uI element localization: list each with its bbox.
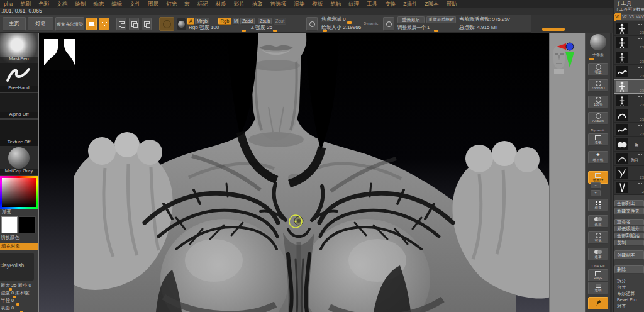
right-shelf-button-透明[interactable]: 透明 bbox=[588, 282, 608, 294]
fill-object-button[interactable]: 填充对象 bbox=[0, 243, 38, 250]
subtool-flat-Bevel Pro[interactable]: Bevel Pro bbox=[614, 297, 644, 303]
subtool-row-9[interactable]: 胸口 bbox=[614, 152, 644, 166]
menu-item-23[interactable]: Z脚本 bbox=[421, 1, 442, 7]
material-sphere[interactable] bbox=[588, 33, 608, 52]
menu-item-18[interactable]: 笔触 bbox=[326, 1, 345, 7]
subtool-row-8[interactable]: 胸 bbox=[614, 137, 644, 152]
eye-icon[interactable] bbox=[638, 182, 643, 184]
home-button[interactable]: 主页 bbox=[3, 17, 26, 31]
menu-item-7[interactable]: 文件 bbox=[126, 1, 144, 7]
subtool-flat-合并[interactable]: 合并 bbox=[614, 284, 644, 290]
alpha-selector[interactable]: Alpha Off bbox=[0, 93, 38, 118]
subtool-row-10[interactable]: 23 bbox=[614, 166, 644, 181]
rotate-button[interactable] bbox=[142, 18, 152, 30]
subtool-row-4[interactable]: 23 bbox=[614, 79, 644, 94]
subtool-row-0[interactable]: 23 bbox=[614, 21, 644, 36]
menu-item-21[interactable]: 变换 bbox=[381, 1, 399, 7]
menu-item-4[interactable]: 绘制 bbox=[71, 1, 89, 7]
switch-color-button[interactable]: 切换颜色 bbox=[0, 235, 38, 242]
right-shelf-button-可见[interactable]: 可见 bbox=[588, 231, 608, 244]
menu-item-1[interactable]: 笔刷 bbox=[16, 1, 35, 7]
right-shelf-button-缩放[interactable]: 缩放 bbox=[588, 63, 608, 75]
zsub-toggle[interactable]: Zsub bbox=[258, 18, 272, 25]
subtool-row-11[interactable]: 2 bbox=[614, 181, 644, 195]
a-toggle[interactable]: A bbox=[187, 18, 194, 25]
mrgb-toggle[interactable]: Mrgb bbox=[195, 18, 209, 25]
eye-icon[interactable] bbox=[638, 96, 643, 98]
menu-item-2[interactable]: 色彩 bbox=[35, 1, 53, 7]
eye-icon[interactable] bbox=[638, 110, 643, 112]
adjust-last-track[interactable] bbox=[397, 31, 452, 31]
rgb-toggle[interactable]: Rgb bbox=[218, 18, 231, 25]
menu-item-24[interactable]: 帮助 bbox=[443, 1, 461, 7]
stroke-selector[interactable]: FreeHand bbox=[0, 63, 38, 92]
subtool-row-3[interactable]: 23 bbox=[614, 65, 644, 79]
focal-shift-handle[interactable] bbox=[347, 21, 352, 24]
menu-item-17[interactable]: 模板 bbox=[308, 1, 326, 7]
subtool-button-复制[interactable]: 复制 bbox=[614, 240, 644, 246]
menu-item-9[interactable]: 灯光 bbox=[162, 1, 180, 7]
menu-item-8[interactable]: 图层 bbox=[144, 1, 162, 7]
menu-item-22[interactable]: Z插件 bbox=[399, 1, 421, 7]
color-picker[interactable] bbox=[0, 176, 38, 209]
m-toggle[interactable]: M bbox=[233, 18, 239, 25]
menu-item-3[interactable]: 文档 bbox=[53, 1, 71, 7]
right-shelf-button-遮罩[interactable]: 遮罩 bbox=[588, 248, 608, 260]
subtool-button-创建副本[interactable]: 创建副本 bbox=[614, 250, 644, 260]
eye-icon[interactable] bbox=[638, 67, 643, 69]
menu-item-0[interactable]: pha bbox=[0, 1, 16, 7]
subtool-row-2[interactable]: 23 bbox=[614, 50, 644, 65]
rgb-intensity-handle[interactable] bbox=[242, 30, 246, 32]
subtool-button-新建文件夹[interactable]: 新建文件夹 bbox=[614, 208, 644, 214]
texture-selector[interactable]: Texture Off bbox=[0, 120, 38, 146]
right-shelf-button-−[interactable]: − bbox=[591, 182, 601, 189]
right-shelf-button-框显[interactable]: 框显 bbox=[588, 199, 608, 211]
shelf-divider-handle[interactable] bbox=[542, 28, 565, 31]
eye-icon[interactable] bbox=[638, 52, 643, 54]
claypolish-slider-1[interactable]: 强度 0 柔和度 bbox=[0, 291, 38, 298]
sculptris-d-button[interactable] bbox=[383, 17, 394, 31]
zcut-toggle[interactable]: Zcut bbox=[274, 18, 286, 25]
adjust-last-label[interactable]: 调整最后一个 1 bbox=[397, 25, 430, 30]
right-shelf-button-AA50%[interactable]: AA50% bbox=[588, 112, 608, 125]
eye-icon[interactable] bbox=[638, 23, 643, 25]
material-quick-button[interactable] bbox=[177, 18, 186, 30]
claypolish-button[interactable]: ClayPolish bbox=[0, 253, 34, 281]
menu-item-13[interactable]: 影片 bbox=[230, 1, 248, 7]
move-button[interactable] bbox=[116, 18, 126, 30]
gradient-label[interactable]: 渐变 bbox=[0, 209, 38, 216]
right-shelf-button-地平线[interactable]: +地平线 bbox=[588, 151, 608, 164]
subtool-tab-V4[interactable]: V4 bbox=[635, 14, 641, 20]
dynamic-label[interactable]: Dynamic bbox=[364, 21, 378, 25]
menu-item-5[interactable]: 动态 bbox=[89, 1, 108, 7]
subtool-flat-拆分[interactable]: 拆分 bbox=[614, 277, 644, 284]
menu-item-14[interactable]: 拾取 bbox=[248, 1, 267, 7]
right-shelf-scrollbar[interactable] bbox=[610, 33, 612, 312]
menu-item-15[interactable]: 首选项 bbox=[267, 1, 291, 7]
eye-icon[interactable] bbox=[638, 125, 643, 126]
right-shelf-button-Zoom3D[interactable]: Zoom3D bbox=[588, 79, 608, 92]
draw-size-track[interactable] bbox=[321, 31, 374, 31]
axis-gizmo[interactable] bbox=[557, 40, 579, 69]
redo-last-button[interactable]: 重做最后 bbox=[397, 16, 425, 23]
subtool-button-最低级细分[interactable]: 最低级细分 bbox=[614, 226, 644, 232]
right-shelf-button-pen[interactable] bbox=[588, 297, 608, 309]
claypolish-slider-3[interactable]: 表面 0 bbox=[0, 306, 38, 312]
draw-button[interactable] bbox=[99, 18, 109, 30]
subtool-tab-V3[interactable]: V3 bbox=[628, 14, 635, 20]
subtool-row-6[interactable]: 23 bbox=[614, 108, 644, 123]
rgb-intensity-track[interactable] bbox=[189, 31, 247, 31]
draw-size-label[interactable]: 绘制大小 2.19966 bbox=[321, 25, 361, 30]
menu-item-10[interactable]: 宏 bbox=[180, 1, 194, 7]
right-shelf-button-孤显[interactable]: 孤显 bbox=[588, 215, 608, 228]
adjust-last-handle[interactable] bbox=[434, 30, 438, 32]
focal-shift-label[interactable]: 焦点衰减 0 bbox=[321, 17, 346, 22]
draw-size-handle[interactable] bbox=[323, 30, 327, 32]
menu-item-19[interactable]: 纹理 bbox=[345, 1, 363, 7]
right-shelf-button-100%[interactable]: 100% bbox=[588, 96, 608, 108]
eye-icon[interactable] bbox=[638, 38, 643, 40]
subtool-button-删除[interactable]: 删除 bbox=[614, 265, 644, 274]
focal-shift-track[interactable] bbox=[321, 23, 357, 23]
secondary-color-swatch[interactable] bbox=[19, 216, 36, 233]
menu-item-16[interactable]: 渲染 bbox=[290, 1, 308, 7]
